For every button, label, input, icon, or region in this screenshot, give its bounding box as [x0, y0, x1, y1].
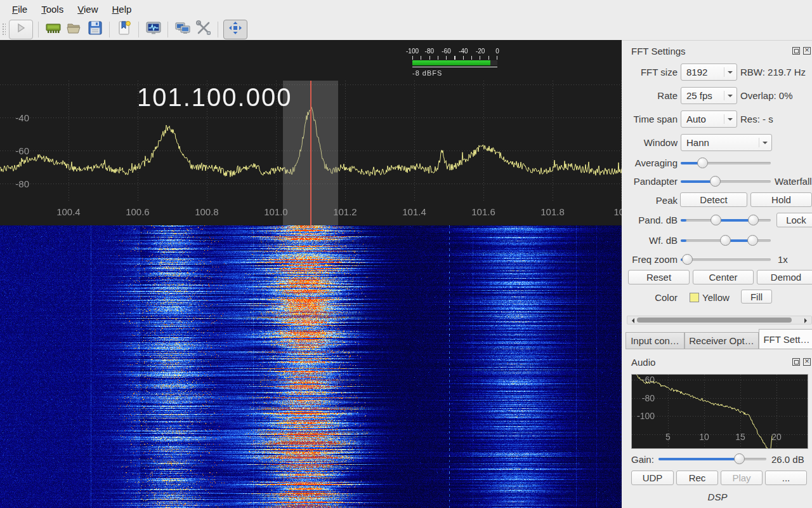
rec-button[interactable]: Rec — [676, 471, 718, 485]
time-span-select[interactable]: Auto — [681, 110, 737, 128]
signal-strength-meter: -100-80-60-40-200 -8 dBFS — [409, 48, 499, 78]
load-settings-button[interactable] — [64, 20, 84, 39]
menu-view[interactable]: View — [70, 2, 105, 17]
range-handle-high[interactable] — [747, 235, 758, 246]
bookmark-icon — [116, 20, 133, 39]
meter-bar — [412, 60, 497, 65]
dock-horizontal-scrollbar[interactable] — [627, 316, 812, 324]
toolbar-separator — [167, 22, 168, 37]
peak-detect-button[interactable]: Detect — [680, 192, 747, 207]
demod-button[interactable]: Demod — [757, 270, 812, 284]
meter-scale-label: -80 — [425, 48, 434, 55]
slider-handle[interactable] — [697, 157, 708, 168]
freq-tick-label: 101.4 — [402, 206, 426, 217]
window-select[interactable]: Hann — [681, 134, 772, 151]
slider-handle[interactable] — [682, 254, 693, 265]
meter-scale-label: -100 — [406, 48, 419, 55]
fft-size-label: FFT size — [623, 67, 678, 77]
center-button[interactable]: Center — [693, 270, 754, 284]
color-label: Color — [623, 292, 678, 303]
pandapter-split-slider[interactable] — [681, 176, 771, 187]
toolbar — [0, 18, 812, 41]
meter-reading: -8 dBFS — [412, 69, 442, 77]
freq-zoom-value: 1x — [778, 254, 788, 265]
color-value: Yellow — [702, 292, 730, 303]
close-panel-icon[interactable] — [803, 358, 811, 366]
fullscreen-pan-button[interactable] — [223, 20, 247, 39]
gqrx-window: File Tools View Help — [0, 0, 812, 508]
meter-ticks — [412, 56, 497, 60]
tab-input-controls[interactable]: Input con… — [625, 332, 684, 349]
menu-file[interactable]: File — [5, 2, 34, 17]
float-panel-icon[interactable] — [792, 358, 800, 366]
time-span-label: Time span — [623, 114, 678, 124]
scope-display-icon — [145, 20, 162, 39]
freq-tick-label: 100.8 — [195, 206, 219, 217]
rate-select[interactable]: 25 fps — [681, 87, 737, 104]
rate-label: Rate — [623, 90, 678, 101]
menu-help[interactable]: Help — [105, 2, 138, 17]
slider-handle[interactable] — [710, 176, 721, 187]
scroll-left-icon[interactable] — [629, 318, 634, 323]
meter-fill — [412, 60, 490, 65]
waterfall-display[interactable] — [0, 225, 622, 508]
start-dsp-button[interactable] — [9, 20, 33, 39]
gain-value: 26.0 dB — [771, 454, 804, 465]
toolbar-separator — [138, 22, 139, 37]
play-button[interactable]: Play — [721, 471, 763, 485]
save-settings-button[interactable] — [85, 20, 105, 39]
fft-size-select[interactable]: 8192 — [681, 64, 737, 81]
color-swatch[interactable] — [690, 293, 699, 302]
window-value: Hann — [686, 137, 709, 148]
pand-db-label: Pand. dB — [623, 215, 678, 225]
waterfall-db-range-slider[interactable] — [681, 235, 771, 246]
scrollbar-thumb[interactable] — [637, 318, 792, 323]
fill-button[interactable]: Fill — [741, 290, 772, 304]
tuned-frequency-marker[interactable] — [310, 81, 311, 225]
pandapter-panel: 101.100.000 -100-80-60-40-200 -8 dBFS 10… — [0, 40, 622, 225]
rate-value: 25 fps — [686, 90, 712, 101]
toolbar-drag-handle[interactable] — [1, 22, 6, 36]
tab-fft-settings[interactable]: FFT Sett… — [759, 329, 812, 349]
bookmarks-button[interactable] — [114, 20, 134, 39]
meter-scale-label: -20 — [476, 48, 485, 55]
more-options-button[interactable]: ... — [765, 471, 807, 485]
scroll-right-icon[interactable] — [804, 318, 809, 323]
slider-groove[interactable] — [681, 258, 771, 261]
peak-hold-button[interactable]: Hold — [750, 192, 812, 207]
float-panel-icon[interactable] — [792, 47, 800, 55]
lock-button[interactable]: Lock — [776, 213, 812, 227]
dsp-display-button[interactable] — [143, 20, 163, 39]
range-handle-low[interactable] — [720, 235, 731, 246]
tools-button[interactable] — [193, 20, 213, 39]
averaging-label: Averaging — [623, 157, 678, 168]
udp-button[interactable]: UDP — [631, 471, 674, 485]
rbw-text: RBW: 219.7 Hz — [740, 67, 806, 77]
frequency-display[interactable]: 101.100.000 — [137, 84, 292, 110]
tab-receiver-options[interactable]: Receiver Opt… — [684, 332, 759, 349]
reset-button[interactable]: Reset — [628, 270, 690, 284]
db-tick-label: -40 — [0, 112, 29, 123]
freq-tick-label: 101.6 — [471, 206, 495, 217]
window-label: Window — [623, 137, 678, 148]
close-panel-icon[interactable] — [803, 47, 811, 55]
freq-zoom-slider[interactable] — [681, 254, 771, 265]
db-tick-label: -60 — [0, 145, 29, 156]
meter-scale-label: -60 — [442, 48, 450, 55]
range-handle-high[interactable] — [748, 215, 759, 225]
audio-gain-slider[interactable] — [658, 453, 766, 465]
averaging-slider[interactable] — [681, 157, 771, 169]
range-handle-low[interactable] — [710, 215, 721, 225]
menu-bar: File Tools View Help — [0, 0, 812, 18]
configure-io-button[interactable] — [43, 20, 63, 39]
remote-control-button[interactable] — [173, 20, 192, 39]
dsp-dock-title: DSP — [625, 491, 810, 502]
play-icon — [15, 22, 27, 37]
wf-db-label: Wf. dB — [623, 235, 678, 246]
pandapter-db-range-slider[interactable] — [681, 215, 771, 226]
menu-tools[interactable]: Tools — [34, 2, 70, 17]
freq-tick-label: 100.4 — [56, 206, 81, 217]
slider-handle[interactable] — [734, 453, 745, 464]
toolbar-separator — [38, 22, 39, 37]
audio-spectrum-plot[interactable] — [631, 374, 808, 449]
